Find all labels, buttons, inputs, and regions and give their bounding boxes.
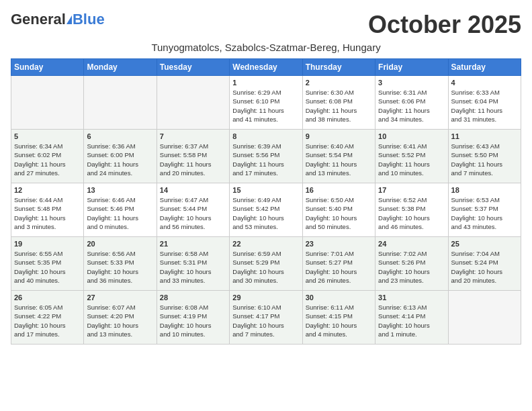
day-info: Sunrise: 6:29 AMSunset: 6:10 PMDaylight:… [232,88,299,124]
day-info: Sunrise: 6:10 AMSunset: 4:17 PMDaylight:… [232,303,299,338]
day-number: 2 [306,79,372,87]
calendar-cell: 18Sunrise: 6:53 AMSunset: 5:37 PMDayligh… [448,183,521,237]
day-info: Sunrise: 6:13 AMSunset: 4:14 PMDaylight:… [378,303,445,338]
header-cell-monday: Monday [84,59,157,76]
logo-blue: Blue [73,11,105,28]
calendar-week-row: 1Sunrise: 6:29 AMSunset: 6:10 PMDaylight… [11,76,521,130]
day-number: 8 [232,132,299,140]
calendar-cell: 31Sunrise: 6:13 AMSunset: 4:14 PMDayligh… [375,291,448,345]
calendar-cell: 6Sunrise: 6:36 AMSunset: 6:00 PMDaylight… [84,130,157,183]
day-number: 10 [378,132,445,140]
calendar-cell [11,76,84,130]
day-number: 9 [306,132,372,140]
day-info: Sunrise: 6:58 AMSunset: 5:31 PMDaylight:… [160,249,226,285]
calendar-cell: 7Sunrise: 6:37 AMSunset: 5:58 PMDaylight… [157,130,229,183]
day-number: 29 [232,293,299,302]
day-info: Sunrise: 6:46 AMSunset: 5:46 PMDaylight:… [87,195,153,231]
calendar-week-row: 19Sunrise: 6:55 AMSunset: 5:35 PMDayligh… [11,237,521,291]
day-number: 27 [87,293,153,302]
day-number: 16 [306,186,372,194]
header-cell-saturday: Saturday [448,59,521,76]
day-number: 15 [232,186,299,194]
day-number: 19 [14,240,81,248]
day-number: 21 [160,240,226,248]
calendar-header-row: SundayMondayTuesdayWednesdayThursdayFrid… [11,59,521,76]
day-number: 22 [232,240,299,248]
calendar-cell: 13Sunrise: 6:46 AMSunset: 5:46 PMDayligh… [84,183,157,237]
day-info: Sunrise: 6:41 AMSunset: 5:52 PMDaylight:… [378,142,445,177]
calendar-cell: 14Sunrise: 6:47 AMSunset: 5:44 PMDayligh… [157,183,229,237]
day-info: Sunrise: 6:31 AMSunset: 6:06 PMDaylight:… [378,88,445,124]
month-title-area: October 2025 [368,11,521,39]
calendar-week-row: 12Sunrise: 6:44 AMSunset: 5:48 PMDayligh… [11,183,521,237]
day-info: Sunrise: 6:37 AMSunset: 5:58 PMDaylight:… [160,142,226,177]
calendar-week-row: 26Sunrise: 6:05 AMSunset: 4:22 PMDayligh… [11,291,521,345]
day-info: Sunrise: 6:34 AMSunset: 6:02 PMDaylight:… [14,142,81,177]
day-info: Sunrise: 6:40 AMSunset: 5:54 PMDaylight:… [306,142,372,177]
day-info: Sunrise: 6:33 AMSunset: 6:04 PMDaylight:… [451,88,518,124]
day-number: 11 [451,132,518,140]
calendar-cell: 16Sunrise: 6:50 AMSunset: 5:40 PMDayligh… [302,183,375,237]
calendar-cell: 3Sunrise: 6:31 AMSunset: 6:06 PMDaylight… [375,76,448,130]
calendar-cell [157,76,229,130]
day-number: 3 [378,79,445,87]
header-cell-thursday: Thursday [302,59,375,76]
calendar-week-row: 5Sunrise: 6:34 AMSunset: 6:02 PMDaylight… [11,130,521,183]
calendar-cell: 4Sunrise: 6:33 AMSunset: 6:04 PMDaylight… [448,76,521,130]
day-number: 25 [451,240,518,248]
day-info: Sunrise: 6:36 AMSunset: 6:00 PMDaylight:… [87,142,153,177]
day-number: 18 [451,186,518,194]
day-info: Sunrise: 6:05 AMSunset: 4:22 PMDaylight:… [14,303,81,338]
calendar-cell: 10Sunrise: 6:41 AMSunset: 5:52 PMDayligh… [375,130,448,183]
day-number: 5 [14,132,81,140]
day-number: 6 [87,132,153,140]
day-info: Sunrise: 7:04 AMSunset: 5:24 PMDaylight:… [451,249,518,285]
calendar-cell: 5Sunrise: 6:34 AMSunset: 6:02 PMDaylight… [11,130,84,183]
logo: General Blue [11,11,105,28]
day-info: Sunrise: 6:52 AMSunset: 5:38 PMDaylight:… [378,195,445,231]
day-info: Sunrise: 6:53 AMSunset: 5:37 PMDaylight:… [451,195,518,231]
calendar-cell: 25Sunrise: 7:04 AMSunset: 5:24 PMDayligh… [448,237,521,291]
month-title: October 2025 [368,11,521,39]
day-info: Sunrise: 6:08 AMSunset: 4:19 PMDaylight:… [160,303,226,338]
calendar-cell [84,76,157,130]
day-info: Sunrise: 6:47 AMSunset: 5:44 PMDaylight:… [160,195,226,231]
calendar-cell: 24Sunrise: 7:02 AMSunset: 5:26 PMDayligh… [375,237,448,291]
day-info: Sunrise: 7:01 AMSunset: 5:27 PMDaylight:… [306,249,372,285]
day-info: Sunrise: 6:56 AMSunset: 5:33 PMDaylight:… [87,249,153,285]
header-cell-wednesday: Wednesday [230,59,302,76]
day-number: 4 [451,79,518,87]
day-number: 26 [14,293,81,302]
day-info: Sunrise: 6:30 AMSunset: 6:08 PMDaylight:… [306,88,372,124]
calendar-cell: 28Sunrise: 6:08 AMSunset: 4:19 PMDayligh… [157,291,229,345]
day-info: Sunrise: 6:43 AMSunset: 5:50 PMDaylight:… [451,142,518,177]
day-number: 17 [378,186,445,194]
calendar-cell: 22Sunrise: 6:59 AMSunset: 5:29 PMDayligh… [230,237,302,291]
day-info: Sunrise: 7:02 AMSunset: 5:26 PMDaylight:… [378,249,445,285]
calendar-cell: 20Sunrise: 6:56 AMSunset: 5:33 PMDayligh… [84,237,157,291]
day-number: 14 [160,186,226,194]
calendar-cell: 8Sunrise: 6:39 AMSunset: 5:56 PMDaylight… [230,130,302,183]
day-number: 28 [160,293,226,302]
day-number: 20 [87,240,153,248]
calendar-cell: 29Sunrise: 6:10 AMSunset: 4:17 PMDayligh… [230,291,302,345]
day-info: Sunrise: 6:39 AMSunset: 5:56 PMDaylight:… [232,142,299,177]
day-number: 13 [87,186,153,194]
calendar-cell: 9Sunrise: 6:40 AMSunset: 5:54 PMDaylight… [302,130,375,183]
day-info: Sunrise: 6:07 AMSunset: 4:20 PMDaylight:… [87,303,153,338]
day-number: 12 [14,186,81,194]
calendar-cell: 23Sunrise: 7:01 AMSunset: 5:27 PMDayligh… [302,237,375,291]
calendar-cell [448,291,521,345]
day-info: Sunrise: 6:59 AMSunset: 5:29 PMDaylight:… [232,249,299,285]
day-number: 23 [306,240,372,248]
header: General Blue October 2025 [11,11,521,39]
day-number: 30 [306,293,372,302]
calendar-cell: 30Sunrise: 6:11 AMSunset: 4:15 PMDayligh… [302,291,375,345]
calendar-cell: 27Sunrise: 6:07 AMSunset: 4:20 PMDayligh… [84,291,157,345]
day-info: Sunrise: 6:11 AMSunset: 4:15 PMDaylight:… [306,303,372,338]
day-info: Sunrise: 6:50 AMSunset: 5:40 PMDaylight:… [306,195,372,231]
calendar-body: 1Sunrise: 6:29 AMSunset: 6:10 PMDaylight… [11,76,521,345]
day-number: 24 [378,240,445,248]
calendar-cell: 2Sunrise: 6:30 AMSunset: 6:08 PMDaylight… [302,76,375,130]
header-cell-friday: Friday [375,59,448,76]
